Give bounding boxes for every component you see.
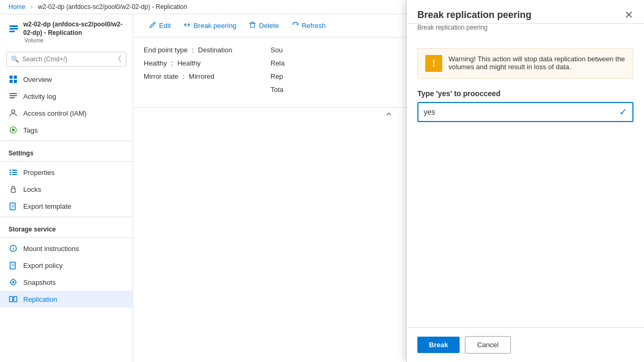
sidebar: w2-02-dp (anfdocs-sc2/pool0/w2-02-dp) - … (0, 14, 133, 362)
panel-header: Break replication peering ✕ (407, 0, 644, 24)
search-box[interactable]: 🔍 《 (6, 52, 126, 67)
svg-text:i: i (13, 246, 14, 252)
svg-rect-19 (11, 189, 15, 192)
refresh-button[interactable]: Refresh (286, 18, 331, 33)
delete-icon (249, 21, 256, 30)
svg-rect-1 (10, 28, 18, 30)
svg-point-10 (12, 110, 15, 113)
breadcrumb-separator: › (31, 3, 33, 11)
sidebar-item-replication[interactable]: Replication (0, 291, 133, 308)
collapse-sidebar-button[interactable]: 《 (114, 54, 122, 64)
healthy-label: Healthy (144, 59, 167, 67)
sidebar-item-export-template[interactable]: Export template (0, 198, 133, 215)
search-icon: 🔍 (11, 55, 19, 63)
svg-rect-14 (10, 172, 11, 173)
properties-icon (8, 168, 18, 177)
healthy-value: Healthy (178, 59, 201, 67)
break-peering-button[interactable]: Break peering (178, 18, 241, 33)
sidebar-item-tags[interactable]: Tags (0, 122, 133, 138)
rep-label: Rep (270, 72, 283, 80)
edit-icon (149, 21, 156, 30)
sidebar-title: w2-02-dp (anfdocs-sc2/pool0/w2-02-dp) - … (8, 21, 124, 37)
replication-label: Replication (23, 295, 57, 303)
close-panel-button[interactable]: ✕ (624, 8, 633, 21)
svg-rect-17 (12, 172, 17, 173)
warning-box: ! Warning! This action will stop data re… (417, 48, 633, 79)
replication-icon (8, 294, 18, 304)
svg-rect-18 (12, 174, 17, 175)
settings-section-label: Settings (0, 143, 133, 159)
break-peering-label: Break peering (193, 22, 236, 30)
access-control-label: Access control (IAM) (23, 109, 87, 117)
sidebar-item-properties[interactable]: Properties (0, 164, 133, 181)
svg-rect-15 (10, 174, 11, 175)
overview-icon (8, 75, 18, 84)
svg-rect-6 (14, 80, 17, 83)
snapshots-icon (8, 277, 18, 287)
svg-point-12 (12, 128, 15, 132)
endpoint-type-value: Destination (198, 46, 232, 54)
sidebar-item-locks[interactable]: Locks (0, 181, 133, 198)
panel-subtitle: Break replication peering (407, 24, 644, 38)
activity-log-label: Activity log (23, 92, 56, 100)
export-policy-icon (8, 261, 18, 270)
break-button[interactable]: Break (417, 337, 460, 353)
refresh-label: Refresh (302, 22, 326, 30)
sidebar-item-access-control[interactable]: Access control (IAM) (0, 105, 133, 122)
svg-rect-27 (14, 296, 17, 302)
export-policy-label: Export policy (23, 262, 62, 270)
sidebar-item-snapshots[interactable]: Snapshots (0, 274, 133, 291)
mirror-state-label: Mirror state (144, 72, 179, 80)
svg-point-25 (12, 281, 14, 283)
access-control-icon (8, 108, 18, 118)
home-link[interactable]: Home (8, 3, 25, 11)
svg-rect-16 (12, 170, 17, 171)
delete-button[interactable]: Delete (244, 18, 284, 33)
search-input[interactable] (22, 55, 111, 63)
tags-icon (8, 125, 18, 135)
svg-rect-4 (14, 76, 17, 79)
svg-rect-7 (10, 93, 17, 94)
export-template-label: Export template (23, 202, 71, 210)
sidebar-subtitle: Volume (24, 37, 124, 43)
relationship-label: Rela (270, 59, 285, 67)
svg-rect-2 (10, 31, 15, 32)
break-peering-icon (183, 21, 191, 30)
source-label: Sou (270, 46, 283, 54)
total-label: Tota (270, 86, 284, 94)
endpoint-type-label: End point type (144, 46, 188, 54)
yes-input[interactable] (424, 108, 619, 116)
warning-icon: ! (425, 55, 442, 72)
sidebar-item-export-policy[interactable]: Export policy (0, 257, 133, 274)
break-replication-panel: Break replication peering ✕ Break replic… (406, 0, 644, 362)
properties-label: Properties (23, 169, 54, 177)
overview-label: Overview (23, 76, 52, 83)
yes-label: Type 'yes' to proocceed (417, 89, 633, 98)
activity-log-icon (8, 91, 18, 101)
edit-label: Edit (159, 22, 171, 30)
svg-rect-26 (10, 296, 13, 302)
tags-label: Tags (23, 126, 38, 134)
panel-title: Break replication peering (417, 10, 531, 21)
sidebar-item-overview[interactable]: Overview (0, 71, 133, 88)
mount-instructions-icon: i (8, 244, 18, 253)
snapshots-label: Snapshots (23, 279, 55, 286)
svg-rect-9 (10, 97, 15, 98)
locks-icon (8, 184, 18, 194)
storage-section-label: Storage service (0, 219, 133, 235)
refresh-icon (292, 21, 299, 30)
svg-rect-8 (10, 95, 17, 96)
cancel-button[interactable]: Cancel (465, 336, 510, 354)
sidebar-item-activity-log[interactable]: Activity log (0, 88, 133, 105)
delete-label: Delete (259, 22, 279, 30)
edit-button[interactable]: Edit (144, 18, 176, 33)
warning-text: Warning! This action will stop data repl… (449, 55, 626, 71)
sidebar-item-mount-instructions[interactable]: i Mount instructions (0, 240, 133, 257)
svg-rect-3 (10, 76, 13, 79)
panel-footer: Break Cancel (407, 327, 644, 362)
mount-instructions-label: Mount instructions (23, 245, 79, 253)
locks-label: Locks (23, 185, 41, 193)
volume-icon (8, 23, 19, 35)
yes-input-wrap: ✓ (417, 102, 633, 122)
svg-rect-0 (10, 25, 18, 27)
